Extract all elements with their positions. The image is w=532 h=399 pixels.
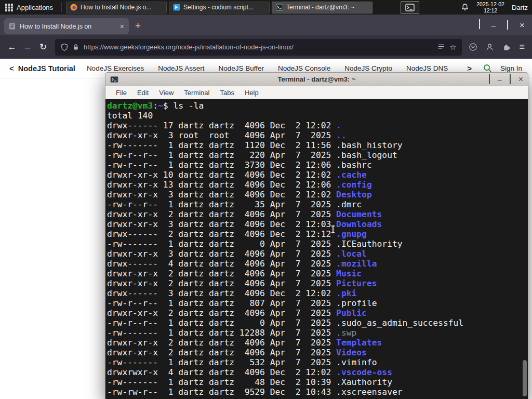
applications-menu-button[interactable]: Applications <box>3 0 58 15</box>
terminal-listing-line: drwxr-xr-x 2 dartz dartz 4096 Apr 7 2025… <box>107 209 528 219</box>
browser-tab-active[interactable]: How to Install Node.js on × <box>4 18 129 34</box>
account-icon[interactable] <box>486 43 494 51</box>
terminal-listing-line: drwxr-xr-x 3 dartz dartz 4096 Apr 7 2025… <box>107 249 528 259</box>
terminal-window: Terminal - dartz@vm3: ~ – × File Edit Vi… <box>105 72 528 399</box>
menu-edit[interactable]: Edit <box>132 89 154 97</box>
terminal-listing-line: drwxr-xr-x 13 dartz dartz 4096 Dec 2 12:… <box>107 180 528 190</box>
url-bar[interactable]: https://www.geeksforgeeks.org/node-js/in… <box>55 39 462 56</box>
site-brand[interactable]: NodeJS Tutorial <box>18 64 75 73</box>
reload-button[interactable]: ↻ <box>35 42 51 52</box>
terminal-close-button[interactable]: × <box>518 76 523 83</box>
menu-help[interactable]: Help <box>240 89 264 97</box>
terminal-listing-line: drwxr-xr-x 2 dartz dartz 4096 Apr 7 2025… <box>107 338 528 348</box>
site-link[interactable]: NodeJS Assert <box>158 64 204 72</box>
site-nav-prev-icon[interactable]: < <box>6 64 17 73</box>
menu-terminal[interactable]: Terminal <box>179 89 215 97</box>
terminal-listing: drwx------ 17 dartz dartz 4096 Dec 2 12:… <box>107 121 528 397</box>
browser-tab-bar: How to Install Node.js on × + – × <box>0 15 532 35</box>
terminal-listing-line: drwxr-xr-x 2 dartz dartz 4096 Apr 7 2025… <box>107 269 528 278</box>
terminal-listing-line: drwxrwxr-x 4 dartz dartz 4096 Dec 2 12:0… <box>107 367 528 377</box>
terminal-listing-line: drwx------ 4 dartz dartz 4096 Apr 7 2025… <box>107 259 528 269</box>
hamburger-menu-icon[interactable]: ≡ <box>519 42 525 52</box>
menu-file[interactable]: File <box>111 89 132 97</box>
shield-icon[interactable] <box>61 43 68 51</box>
terminal-maximize-button[interactable] <box>510 75 511 84</box>
terminal-command: ls -la <box>173 101 204 111</box>
browser-close-button[interactable]: × <box>520 21 525 29</box>
site-link[interactable]: NodeJS Crypto <box>344 64 392 72</box>
sign-in-button[interactable]: Sign In <box>500 64 522 72</box>
menu-tabs[interactable]: Tabs <box>215 89 239 97</box>
site-link[interactable]: NodeJS Buffer <box>218 64 264 72</box>
tab-title: How to Install Node.js on <box>20 23 116 30</box>
taskbar-item-label: Settings - codium script... <box>183 4 254 11</box>
terminal-listing-line: -rw------- 1 dartz dartz 1120 Dec 2 11:5… <box>107 140 528 150</box>
browser-window: How to Install Node.js on × + – × ← → ↻ … <box>0 15 532 78</box>
taskbar-item-firefox[interactable]: How to Install Node.js o... <box>66 2 167 14</box>
bookmark-star-icon[interactable]: ☆ <box>449 43 456 52</box>
terminal-scrollbar-thumb[interactable] <box>523 360 527 396</box>
taskbar-item-terminal[interactable]: Terminal - dartz@vm3: ~ <box>272 2 373 14</box>
text-cursor-pointer <box>330 225 336 233</box>
applications-grid-icon <box>5 4 13 11</box>
clock-date: 2025-12-02 <box>476 1 504 7</box>
terminal-output[interactable]: dartz@vm3:~$ ls -la total 140 drwx------… <box>105 99 528 399</box>
applications-label: Applications <box>17 4 53 11</box>
forward-button[interactable]: → <box>20 42 35 52</box>
terminal-prompt-line: dartz@vm3:~$ ls -la <box>107 101 528 111</box>
terminal-listing-line: -rw-rw-r-- 1 dartz dartz 9529 Dec 2 10:4… <box>107 387 528 397</box>
terminal-listing-line: drwx------ 17 dartz dartz 4096 Dec 2 12:… <box>107 121 528 130</box>
browser-minimize-button[interactable]: – <box>491 21 496 29</box>
site-link[interactable]: NodeJS Console <box>278 64 330 72</box>
tray-terminal-launcher[interactable] <box>401 1 419 14</box>
site-link[interactable]: NodeJS DNS <box>406 64 448 72</box>
terminal-listing-line: drwxr-xr-x 10 dartz dartz 4096 Dec 2 12:… <box>107 170 528 180</box>
tab-close-icon[interactable]: × <box>120 22 124 31</box>
terminal-shade-button[interactable] <box>489 75 490 84</box>
terminal-listing-line: drwxr-xr-x 2 dartz dartz 4096 Apr 7 2025… <box>107 348 528 357</box>
reader-mode-icon[interactable] <box>438 44 445 50</box>
terminal-listing-line: -rw-r--r-- 1 dartz dartz 807 Apr 7 2025 … <box>107 298 528 308</box>
clock-time: 12:12 <box>476 7 504 14</box>
terminal-menubar: File Edit View Terminal Tabs Help <box>105 86 528 99</box>
site-link[interactable]: NodeJS Exercises <box>87 64 144 72</box>
tab-favicon-icon <box>9 23 16 30</box>
menu-view[interactable]: View <box>154 89 179 97</box>
terminal-listing-line: -rw-r--r-- 1 dartz dartz 35 Apr 7 2025 .… <box>107 200 528 209</box>
taskbar-item-label: Terminal - dartz@vm3: ~ <box>286 4 354 11</box>
terminal-listing-line: drwxr-xr-x 2 dartz dartz 4096 Apr 7 2025… <box>107 278 528 288</box>
taskbar-item-label: How to Install Node.js o... <box>81 4 151 11</box>
terminal-title: Terminal - dartz@vm3: ~ <box>105 75 528 83</box>
terminal-listing-line: -rw------- 1 dartz dartz 48 Dec 2 10:39 … <box>107 377 528 387</box>
lock-icon[interactable] <box>73 44 79 50</box>
tab-list-chevron-icon[interactable] <box>479 20 480 30</box>
terminal-listing-line: drwxr-xr-x 3 root root 4096 Apr 7 2025 .… <box>107 130 528 140</box>
terminal-listing-line: -rw-r--r-- 1 dartz dartz 0 Apr 7 2025 .s… <box>107 318 528 328</box>
browser-navbar: ← → ↻ https://www.geeksforgeeks.org/node… <box>0 35 532 59</box>
new-tab-button[interactable]: + <box>129 20 147 32</box>
firefox-icon <box>70 4 77 11</box>
terminal-listing-line: -rw-r--r-- 1 dartz dartz 3730 Dec 2 12:0… <box>107 160 528 170</box>
browser-maximize-button[interactable] <box>507 20 508 30</box>
terminal-listing-line: drwx------ 3 dartz dartz 4096 Dec 2 12:0… <box>107 288 528 298</box>
terminal-listing-line: -rw------- 1 dartz dartz 0 Apr 7 2025 .I… <box>107 239 528 249</box>
panel-clock[interactable]: 2025-12-02 12:12 <box>476 1 504 14</box>
back-button[interactable]: ← <box>4 42 20 52</box>
username-label: Dartz <box>512 4 528 11</box>
terminal-listing-line: drwxr-xr-x 2 dartz dartz 4096 Apr 7 2025… <box>107 308 528 318</box>
terminal-listing-line: drwx------ 2 dartz dartz 4096 Dec 2 12:1… <box>107 229 528 239</box>
terminal-listing-line: -rw-r--r-- 1 dartz dartz 220 Apr 7 2025 … <box>107 150 528 160</box>
pocket-icon[interactable] <box>469 43 477 51</box>
taskbar-item-codium[interactable]: Settings - codium script... <box>169 2 270 14</box>
terminal-minimize-button[interactable]: – <box>498 76 502 83</box>
terminal-titlebar[interactable]: Terminal - dartz@vm3: ~ – × <box>105 72 528 86</box>
extensions-puzzle-icon[interactable] <box>502 43 510 51</box>
terminal-listing-line: drwxr-xr-x 3 dartz dartz 4096 Dec 2 12:0… <box>107 219 528 229</box>
site-nav-next-icon[interactable]: > <box>464 64 475 73</box>
terminal-icon <box>276 4 283 11</box>
terminal-listing-line: -rw------- 1 dartz dartz 12288 Apr 7 202… <box>107 328 528 338</box>
site-search-icon[interactable] <box>483 64 492 73</box>
terminal-scrollbar[interactable] <box>522 100 527 398</box>
notification-bell-icon[interactable] <box>461 3 469 11</box>
codium-icon <box>173 4 180 11</box>
